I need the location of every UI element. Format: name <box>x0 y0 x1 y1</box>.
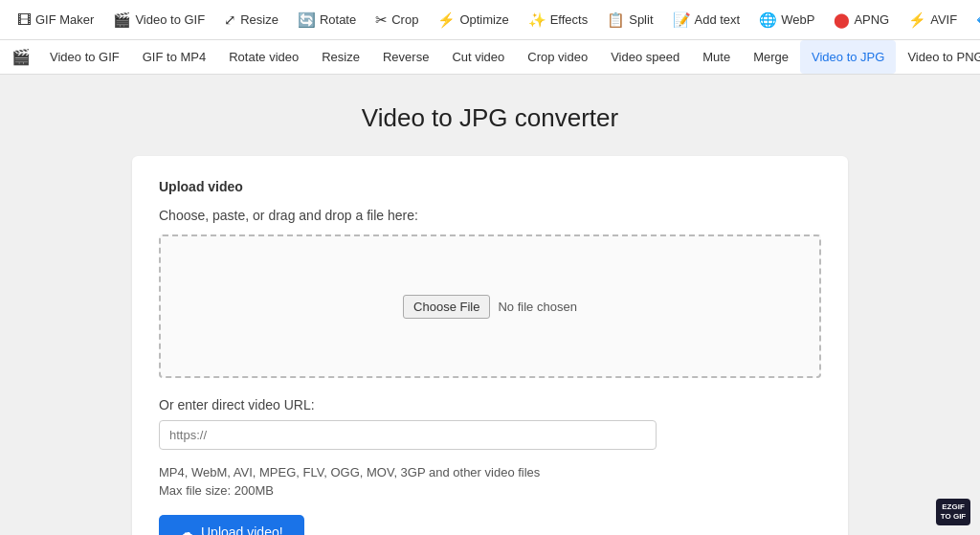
subnav-cut-video[interactable]: Cut video <box>440 40 516 74</box>
split-icon: 📋 <box>607 11 625 29</box>
nav-add-text[interactable]: 📝 Add text <box>663 6 750 34</box>
subnav-gif-to-mp4[interactable]: GIF to MP4 <box>131 40 217 74</box>
nav-split[interactable]: 📋 Split <box>597 6 662 34</box>
video-to-gif-icon: 🎬 <box>113 11 131 29</box>
subnav-video-to-jpg[interactable]: Video to JPG <box>800 40 896 74</box>
webp-icon: 🌐 <box>759 11 777 29</box>
subnav-video-speed[interactable]: Video speed <box>599 40 691 74</box>
url-input[interactable] <box>159 420 657 450</box>
formats-text: MP4, WebM, AVI, MPEG, FLV, OGG, MOV, 3GP… <box>159 465 821 479</box>
nav-rotate[interactable]: 🔄 Rotate <box>288 6 366 34</box>
page-title: Video to JPG converter <box>132 103 848 133</box>
drop-zone[interactable]: Choose File No file chosen <box>159 234 821 378</box>
nav-apng[interactable]: ⬤ APNG <box>824 6 899 34</box>
upload-card: Upload video Choose, paste, or drag and … <box>132 156 848 535</box>
sub-nav: 🎬 Video to GIF GIF to MP4 Rotate video R… <box>0 40 980 75</box>
avif-icon: ⚡ <box>908 11 926 29</box>
nav-jxl[interactable]: 🔷 JXL <box>967 6 980 34</box>
url-label: Or enter direct video URL: <box>159 397 821 412</box>
nav-optimize[interactable]: ⚡ Optimize <box>428 6 518 34</box>
subnav-resize[interactable]: Resize <box>310 40 371 74</box>
subnav-video-to-gif[interactable]: Video to GIF <box>38 40 131 74</box>
nav-avif[interactable]: ⚡ AVIF <box>899 6 967 34</box>
upload-cloud-icon: ☁ <box>180 524 193 535</box>
no-file-label: No file chosen <box>498 300 576 314</box>
crop-icon: ✂ <box>375 11 388 29</box>
upload-button[interactable]: ☁ Upload video! <box>159 515 304 535</box>
apng-icon: ⬤ <box>834 11 850 29</box>
effects-icon: ✨ <box>528 11 546 29</box>
max-size-text: Max file size: 200MB <box>159 483 821 498</box>
subnav-merge[interactable]: Merge <box>742 40 800 74</box>
subnav-video-to-png[interactable]: Video to PNG <box>896 40 980 74</box>
upload-section-title: Upload video <box>159 179 821 194</box>
main-content: Video to JPG converter Upload video Choo… <box>117 103 863 535</box>
nav-crop[interactable]: ✂ Crop <box>366 6 428 34</box>
nav-video-to-gif[interactable]: 🎬 Video to GIF <box>103 6 214 34</box>
add-text-icon: 📝 <box>673 11 691 29</box>
nav-webp[interactable]: 🌐 WebP <box>749 6 824 34</box>
drop-label: Choose, paste, or drag and drop a file h… <box>159 208 821 223</box>
brand-logo: EZGIFTO GIF <box>936 499 970 525</box>
resize-icon: ⤢ <box>224 11 236 29</box>
subnav-mute[interactable]: Mute <box>691 40 742 74</box>
choose-file-button[interactable]: Choose File <box>403 295 490 319</box>
gif-maker-icon: 🎞 <box>17 11 32 28</box>
jxl-icon: 🔷 <box>976 11 980 29</box>
rotate-icon: 🔄 <box>298 11 316 29</box>
top-nav: 🎞 GIF Maker 🎬 Video to GIF ⤢ Resize 🔄 Ro… <box>0 0 980 40</box>
subnav-rotate-video[interactable]: Rotate video <box>217 40 310 74</box>
subnav-crop-video[interactable]: Crop video <box>516 40 599 74</box>
nav-effects[interactable]: ✨ Effects <box>519 6 598 34</box>
subnav-reverse[interactable]: Reverse <box>371 40 440 74</box>
nav-resize[interactable]: ⤢ Resize <box>214 6 288 34</box>
video-icon: 🎬 <box>4 42 38 72</box>
file-input-container: Choose File No file chosen <box>403 295 577 319</box>
optimize-icon: ⚡ <box>437 11 456 29</box>
nav-gif-maker[interactable]: 🎞 GIF Maker <box>8 6 103 33</box>
